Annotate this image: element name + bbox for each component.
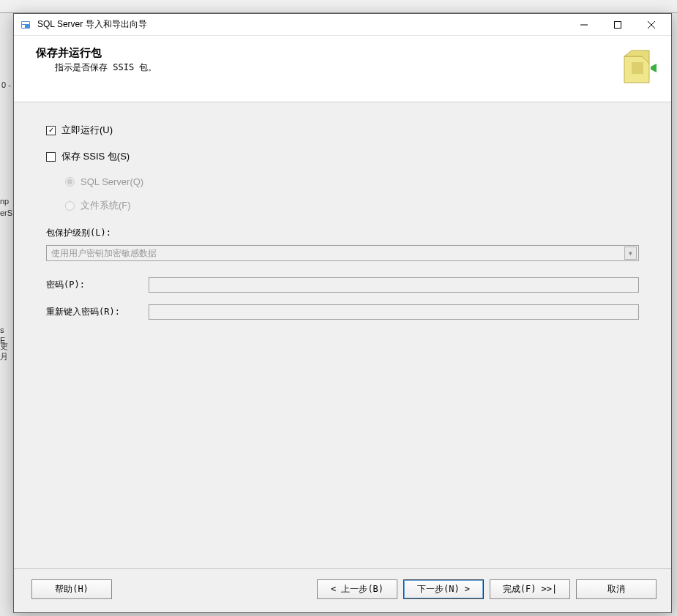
wizard-footer: 帮助(H) < 上一步(B) 下一步(N) > 完成(F) >>| 取消 [14,568,671,612]
svg-marker-10 [651,64,657,72]
password-input [149,277,639,293]
wizard-header: 保存并运行包 指示是否保存 SSIS 包。 [14,36,671,102]
protection-level-label: 包保护级别(L): [46,227,639,239]
radio-file-system: 文件系统(F) [65,199,639,212]
chevron-down-icon: ▼ [624,247,637,260]
run-now-checkbox-row[interactable]: ✓ 立即运行(U) [46,124,639,137]
radio-sql-label: SQL Server(Q) [81,176,143,187]
svg-rect-2 [22,25,25,28]
run-now-label: 立即运行(U) [61,124,113,137]
svg-rect-4 [615,21,621,28]
radio-file-label: 文件系统(F) [81,199,131,212]
checkbox-icon: ✓ [46,126,56,135]
radio-input [65,177,75,187]
combo-value: 使用用户密钥加密敏感数据 [51,247,624,260]
checkbox-icon [46,152,56,162]
finish-button[interactable]: 完成(F) >>| [490,579,570,599]
help-button[interactable]: 帮助(H) [31,579,112,599]
bg-text: 0 - [1,80,11,89]
bg-text: erS [0,208,11,244]
next-button[interactable]: 下一步(N) > [403,579,484,599]
wizard-dialog: SQL Server 导入和导出向导 保存并运行包 指示是否保存 SSIS 包。 [13,13,672,613]
back-button[interactable]: < 上一步(B) [317,579,397,599]
minimize-button[interactable] [567,14,601,36]
svg-rect-9 [632,62,643,74]
app-icon [20,19,31,31]
radio-sql-server: SQL Server(Q) [65,176,639,187]
save-ssis-label: 保存 SSIS 包(S) [61,150,130,163]
bg-text: 吏月 [0,341,11,378]
page-subtitle: 指示是否保存 SSIS 包。 [36,61,610,74]
retype-password-label: 重新键入密码(R): [46,306,149,318]
protection-level-combo: 使用用户密钥加密敏感数据 ▼ [46,245,639,261]
package-icon [610,46,657,93]
titlebar: SQL Server 导入和导出向导 [14,14,671,36]
wizard-content: ✓ 立即运行(U) 保存 SSIS 包(S) SQL Server(Q) 文件系… [14,102,671,568]
page-title: 保存并运行包 [36,46,610,60]
retype-password-input [149,304,639,320]
radio-input [65,201,75,211]
password-label: 密码(P): [46,279,149,291]
window-title: SQL Server 导入和导出向导 [37,18,567,31]
cancel-button[interactable]: 取消 [576,579,657,599]
close-button[interactable] [635,14,668,36]
save-ssis-checkbox-row[interactable]: 保存 SSIS 包(S) [46,150,639,163]
maximize-button[interactable] [601,14,635,36]
svg-rect-1 [22,22,29,24]
